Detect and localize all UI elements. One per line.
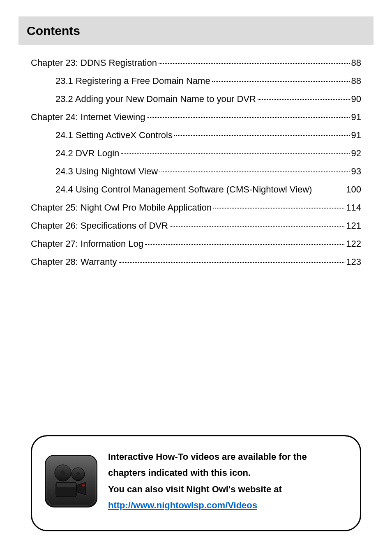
toc-label: 24.1 Setting ActiveX Controls	[55, 130, 173, 141]
toc-page: 88	[351, 58, 361, 68]
toc-entry[interactable]: Chapter 25: Night Owl Pro Mobile Applica…	[31, 202, 361, 213]
toc-entry[interactable]: Chapter 23: DDNS Registration88	[31, 58, 361, 68]
toc-label: Chapter 24: Internet Viewing	[31, 112, 145, 123]
callout-link[interactable]: http://www.nightowlsp.com/Videos	[108, 500, 257, 510]
toc-page: 123	[346, 257, 361, 267]
toc-dots	[212, 81, 350, 82]
toc-entry[interactable]: Chapter 28: Warranty123	[31, 257, 361, 267]
toc-page: 121	[346, 220, 361, 231]
toc-entry[interactable]: 24.4 Using Control Management Software (…	[31, 184, 361, 195]
toc-page: 88	[351, 76, 361, 86]
toc-label: Chapter 27: Information Log	[31, 239, 143, 249]
toc-page: 92	[351, 148, 361, 159]
toc-entry[interactable]: 24.2 DVR Login92	[31, 148, 361, 159]
toc-page: 100	[346, 184, 361, 195]
toc-entry[interactable]: 23.2 Adding your New Domain Name to your…	[31, 94, 361, 104]
toc-page: 114	[346, 202, 361, 213]
callout-box: Interactive How-To videos are available …	[31, 435, 361, 531]
toc-label: Chapter 23: DDNS Registration	[31, 58, 157, 68]
svg-rect-0	[45, 455, 97, 507]
toc-entry[interactable]: Chapter 26: Specifications of DVR121	[31, 220, 361, 231]
toc-dots	[174, 135, 350, 136]
video-camera-icon	[44, 454, 98, 508]
svg-rect-7	[57, 483, 76, 487]
callout-line: You can also visit Night Owl's website a…	[108, 481, 307, 498]
toc-entry[interactable]: 24.3 Using Nightowl View93	[31, 166, 361, 177]
page-title: Contents	[27, 24, 374, 38]
toc-dots	[145, 244, 344, 245]
toc-dots	[119, 262, 345, 263]
table-of-contents: Chapter 23: DDNS Registration8823.1 Regi…	[27, 58, 365, 267]
toc-dots	[121, 153, 349, 154]
toc-dots	[159, 171, 349, 172]
callout-text: Interactive How-To videos are available …	[108, 449, 307, 514]
svg-point-8	[82, 484, 85, 486]
callout-line: chapters indicated with this icon.	[108, 465, 307, 481]
toc-page: 91	[351, 130, 361, 141]
toc-label: Chapter 28: Warranty	[31, 257, 117, 267]
toc-dots	[213, 208, 344, 208]
toc-label: 23.2 Adding your New Domain Name to your…	[55, 94, 256, 104]
toc-label: 24.4 Using Control Management Software (…	[55, 184, 346, 195]
toc-label: 24.2 DVR Login	[55, 148, 119, 159]
toc-dots	[147, 117, 349, 118]
toc-page: 90	[351, 94, 361, 104]
toc-dots	[170, 226, 344, 227]
toc-label: Chapter 25: Night Owl Pro Mobile Applica…	[31, 202, 212, 213]
svg-point-3	[60, 470, 65, 475]
toc-entry[interactable]: Chapter 24: Internet Viewing91	[31, 112, 361, 123]
svg-point-5	[76, 472, 80, 476]
toc-label: 23.1 Registering a Free Domain Name	[55, 76, 210, 86]
toc-page: 122	[346, 239, 361, 249]
toc-label: 24.3 Using Nightowl View	[55, 166, 158, 177]
toc-entry[interactable]: Chapter 27: Information Log122	[31, 239, 361, 249]
toc-entry[interactable]: 24.1 Setting ActiveX Controls91	[31, 130, 361, 141]
callout-line: Interactive How-To videos are available …	[108, 449, 307, 465]
toc-dots	[159, 63, 350, 64]
toc-page: 91	[351, 112, 361, 123]
toc-page: 93	[351, 166, 361, 177]
toc-label: Chapter 26: Specifications of DVR	[31, 220, 168, 231]
toc-entry[interactable]: 23.1 Registering a Free Domain Name88	[31, 76, 361, 86]
contents-header: Contents	[18, 16, 374, 45]
toc-dots	[258, 99, 350, 100]
